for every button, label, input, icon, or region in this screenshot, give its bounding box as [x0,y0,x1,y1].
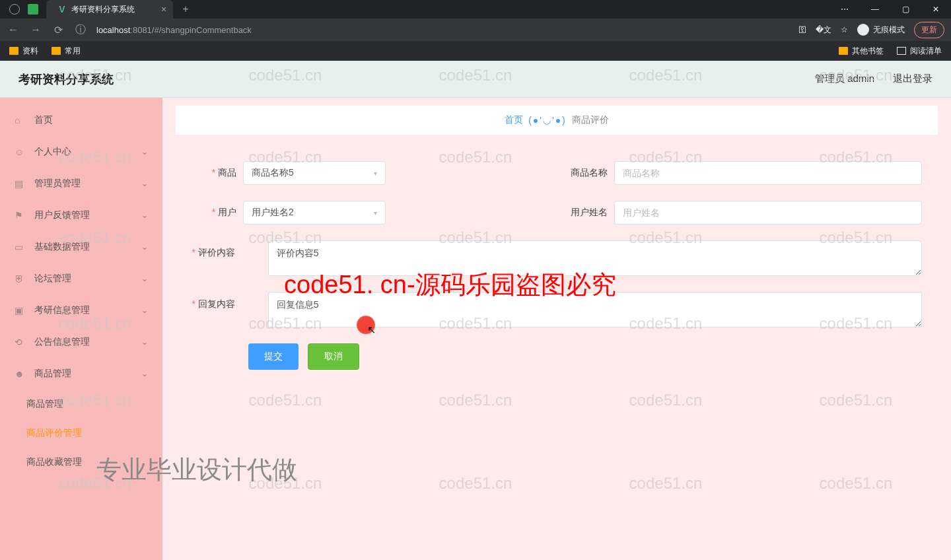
folder-icon [9,47,18,55]
tab-favicon-2[interactable] [28,4,38,15]
shield-icon: ⛨ [15,273,25,284]
form-card: 商品 商品名称5 ▾ 商品名称 用户 [176,147,938,384]
app-title: 考研资料分享系统 [18,71,114,87]
folder-icon [52,47,61,55]
vue-icon: V [57,4,67,15]
clipboard-icon: ▤ [15,178,25,189]
flag-icon: ⚑ [15,210,25,221]
chevron-down-icon: ⌄ [141,211,148,220]
label-user: 用户 [192,207,243,219]
chevron-down-icon: ⌄ [141,242,148,252]
label-reply: 回复内容 [192,292,242,310]
chevron-down-icon: ⌄ [141,147,148,157]
logout-button[interactable]: 退出登录 [893,73,933,85]
sidebar-item-forum[interactable]: ⛨论坛管理⌄ [0,263,162,295]
label-product-name: 商品名称 [563,167,614,179]
sidebar-item-exam[interactable]: ▣考研信息管理⌄ [0,295,162,326]
monitor-icon: ▣ [15,305,25,316]
home-icon: ⌂ [15,115,25,125]
incognito-icon [857,24,869,36]
main-content: 首页 (●'◡'●) 商品评价 商品 商品名称5 ▾ 商品名称 [162,98,951,560]
reload-button[interactable]: ⟳ [52,24,65,36]
sidebar-sub-favorite[interactable]: 商品收藏管理 [0,448,162,477]
sidebar-item-notice[interactable]: ⟲公告信息管理⌄ [0,326,162,358]
select-user[interactable]: 用户姓名2 ▾ [243,201,386,225]
forward-button[interactable]: → [29,24,42,36]
select-user-value: 用户姓名2 [252,207,294,219]
label-user-name: 用户姓名 [563,207,614,219]
browser-tab-title: 考研资料分享系统 [71,4,135,15]
close-icon[interactable]: × [161,4,166,15]
browser-tab-active[interactable]: V 考研资料分享系统 × [46,0,173,18]
bookmark-item[interactable]: 资料 [9,46,38,57]
person-icon: ☻ [15,368,25,379]
sidebar-item-basedata[interactable]: ▭基础数据管理⌄ [0,231,162,263]
key-icon[interactable]: ⚿ [798,25,806,34]
textarea-reply[interactable] [268,292,922,328]
sidebar-item-profile[interactable]: ☺个人中心⌄ [0,136,162,168]
url-field[interactable]: localhost:8081/#/shangpinCommentback [96,25,789,35]
other-bookmarks[interactable]: 其他书签 [839,46,884,57]
back-button[interactable]: ← [7,24,20,36]
cancel-button[interactable]: 取消 [308,343,359,370]
window-minimize-button[interactable]: — [860,0,890,18]
list-icon [897,47,906,55]
breadcrumb: 首页 (●'◡'●) 商品评价 [176,106,938,135]
chevron-down-icon: ⌄ [141,274,148,283]
sidebar-item-product[interactable]: ☻商品管理⌄ [0,358,162,390]
incognito-indicator: 无痕模式 [857,24,905,36]
incognito-label: 无痕模式 [873,24,905,36]
bookmark-item[interactable]: 常用 [52,46,81,57]
breadcrumb-home[interactable]: 首页 [505,114,523,126]
input-product-name[interactable] [614,161,922,185]
chevron-down-icon: ▾ [374,209,377,217]
chevron-down-icon: ⌄ [141,306,148,315]
label-product: 商品 [192,167,243,179]
window-close-button[interactable]: ✕ [921,0,951,18]
user-icon: ☺ [15,147,25,157]
select-product[interactable]: 商品名称5 ▾ [243,161,386,185]
sidebar-item-feedback[interactable]: ⚑用户反馈管理⌄ [0,199,162,231]
window-menu-icon[interactable]: ⋯ [829,0,860,18]
new-tab-button[interactable]: + [182,3,188,15]
browser-tab-strip: V 考研资料分享系统 × + ⋯ — ▢ ✕ [0,0,951,18]
star-icon[interactable]: ☆ [841,25,848,34]
site-info-icon[interactable]: ⓘ [74,23,87,37]
folder-icon [839,47,848,55]
app-root: 考研资料分享系统 管理员 admin 退出登录 ⌂首页 ☺个人中心⌄ ▤管理员管… [0,61,951,560]
submit-button[interactable]: 提交 [248,343,299,370]
label-comment: 评价内容 [192,240,242,259]
input-user-name[interactable] [614,201,922,225]
chevron-down-icon: ⌄ [141,179,148,188]
select-product-value: 商品名称5 [252,167,294,179]
chevron-down-icon: ⌄ [141,369,148,378]
sidebar: ⌂首页 ☺个人中心⌄ ▤管理员管理⌄ ⚑用户反馈管理⌄ ▭基础数据管理⌄ ⛨论坛… [0,98,162,560]
breadcrumb-current: 商品评价 [572,114,609,126]
chevron-down-icon: ⌄ [141,337,148,347]
device-icon: ▭ [15,242,25,252]
sidebar-item-home[interactable]: ⌂首页 [0,104,162,136]
update-button[interactable]: 更新 [914,22,944,38]
translate-icon[interactable]: �文 [816,24,831,36]
current-user[interactable]: 管理员 admin [815,73,874,85]
bookmarks-bar: 资料 常用 其他书签 阅读清单 [0,41,951,61]
sidebar-sub-product[interactable]: 商品管理 [0,390,162,419]
sidebar-item-admin[interactable]: ▤管理员管理⌄ [0,168,162,199]
textarea-comment[interactable] [268,240,922,276]
url-host: localhost [96,25,130,35]
url-path: :8081/#/shangpinCommentback [130,25,252,35]
reading-list[interactable]: 阅读清单 [897,46,942,57]
window-maximize-button[interactable]: ▢ [890,0,921,18]
browser-address-bar: ← → ⟳ ⓘ localhost:8081/#/shangpinComment… [0,18,951,41]
chevron-down-icon: ▾ [374,170,377,177]
breadcrumb-separator: (●'◡'●) [528,115,567,125]
sidebar-sub-comment[interactable]: 商品评价管理 [0,419,162,448]
app-header: 考研资料分享系统 管理员 admin 退出登录 [0,61,951,98]
refresh-icon: ⟲ [15,337,25,347]
tab-favicon-1[interactable] [9,4,20,15]
